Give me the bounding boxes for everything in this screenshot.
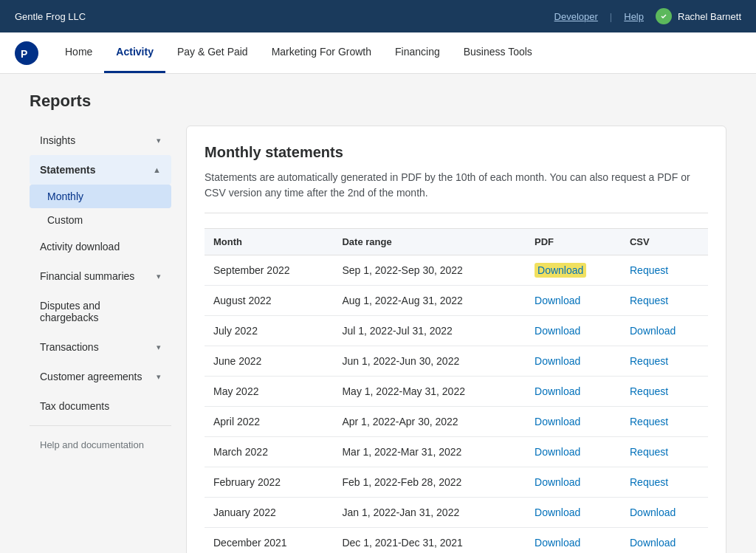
nav-item-marketing-for-growth[interactable]: Marketing For Growth — [260, 32, 383, 73]
cell-month: September 2022 — [205, 255, 333, 286]
cell-pdf: Download — [526, 255, 621, 286]
cell-pdf: Download — [526, 528, 621, 554]
table-header-csv: CSV — [621, 229, 708, 255]
reports-layout: Insights▾Statements▲MonthlyCustomActivit… — [30, 126, 726, 553]
sidebar-item-financial-summaries[interactable]: Financial summaries▾ — [30, 261, 171, 291]
sidebar-sub-item-custom[interactable]: Custom — [30, 208, 171, 232]
nav-item-financing[interactable]: Financing — [383, 32, 452, 73]
nav-item-home[interactable]: Home — [53, 32, 104, 73]
chevron-down-icon: ▾ — [157, 136, 161, 145]
pdf-download-link[interactable]: Download — [535, 355, 580, 367]
cell-pdf: Download — [526, 346, 621, 377]
pdf-download-link[interactable]: Download — [535, 506, 580, 518]
cell-month: January 2022 — [205, 498, 333, 528]
sidebar-item-label: Insights — [40, 134, 75, 146]
cell-date-range: May 1, 2022-May 31, 2022 — [333, 377, 526, 407]
cell-date-range: Aug 1, 2022-Aug 31, 2022 — [333, 286, 526, 316]
pdf-download-link[interactable]: Download — [535, 476, 580, 488]
nav-item-pay-&-get-paid[interactable]: Pay & Get Paid — [165, 32, 260, 73]
pdf-download-link[interactable]: Download — [535, 537, 580, 549]
pdf-download-link[interactable]: Download — [535, 263, 586, 278]
cell-csv: Request — [621, 437, 708, 467]
chevron-down-icon: ▾ — [157, 272, 161, 281]
cell-month: August 2022 — [205, 286, 333, 316]
csv-download-link[interactable]: Request — [630, 385, 668, 397]
cell-csv: Request — [621, 467, 708, 498]
csv-download-link[interactable]: Request — [630, 355, 668, 367]
table-row: June 2022Jun 1, 2022-Jun 30, 2022Downloa… — [205, 346, 708, 377]
cell-month: May 2022 — [205, 377, 333, 407]
help-link[interactable]: Help — [624, 11, 644, 22]
cell-month: July 2022 — [205, 316, 333, 346]
sidebar-help[interactable]: Help and documentation — [30, 430, 171, 459]
sidebar-item-transactions[interactable]: Transactions▾ — [30, 332, 171, 362]
cell-csv: Request — [621, 255, 708, 286]
table-row: July 2022Jul 1, 2022-Jul 31, 2022Downloa… — [205, 316, 708, 346]
sidebar-item-label: Customer agreements — [40, 371, 142, 382]
cell-date-range: Feb 1, 2022-Feb 28, 2022 — [333, 467, 526, 498]
csv-download-link[interactable]: Request — [630, 264, 668, 276]
csv-download-link[interactable]: Request — [630, 476, 668, 488]
developer-link[interactable]: Developer — [554, 11, 598, 22]
pdf-download-link[interactable]: Download — [535, 385, 580, 397]
sidebar-sub-item-monthly[interactable]: Monthly — [30, 185, 171, 208]
cell-pdf: Download — [526, 467, 621, 498]
csv-download-link[interactable]: Download — [630, 537, 676, 549]
csv-download-link[interactable]: Request — [630, 446, 668, 458]
table-row: May 2022May 1, 2022-May 31, 2022Download… — [205, 377, 708, 407]
table-row: August 2022Aug 1, 2022-Aug 31, 2022Downl… — [205, 286, 708, 316]
cell-pdf: Download — [526, 316, 621, 346]
sidebar-item-statements[interactable]: Statements▲ — [30, 155, 171, 185]
sidebar-item-tax-documents[interactable]: Tax documents — [30, 391, 171, 421]
sidebar: Insights▾Statements▲MonthlyCustomActivit… — [30, 126, 171, 553]
nav-item-business-tools[interactable]: Business Tools — [452, 32, 544, 73]
cell-date-range: Jan 1, 2022-Jan 31, 2022 — [333, 498, 526, 528]
sidebar-item-insights[interactable]: Insights▾ — [30, 126, 171, 155]
chevron-down-icon: ▾ — [157, 372, 161, 382]
cell-csv: Request — [621, 346, 708, 377]
cell-csv: Request — [621, 286, 708, 316]
cell-month: March 2022 — [205, 437, 333, 467]
table-row: April 2022Apr 1, 2022-Apr 30, 2022Downlo… — [205, 407, 708, 437]
cell-pdf: Download — [526, 498, 621, 528]
sidebar-item-label: Transactions — [40, 341, 99, 353]
pdf-download-link[interactable]: Download — [535, 446, 580, 458]
pdf-download-link[interactable]: Download — [535, 416, 580, 427]
csv-download-link[interactable]: Download — [630, 325, 676, 337]
page-content: Reports Insights▾Statements▲MonthlyCusto… — [0, 74, 756, 553]
cell-csv: Download — [621, 316, 708, 346]
table-row: December 2021Dec 1, 2021-Dec 31, 2021Dow… — [205, 528, 708, 554]
csv-download-link[interactable]: Request — [630, 416, 668, 427]
sidebar-item-disputes-and-chargebacks[interactable]: Disputes and chargebacks — [30, 291, 171, 332]
pdf-download-link[interactable]: Download — [535, 295, 580, 306]
user-name: Rachel Barnett — [678, 11, 741, 22]
chevron-up-icon: ▲ — [153, 165, 161, 174]
cell-csv: Download — [621, 528, 708, 554]
sidebar-divider — [30, 425, 171, 426]
user-info: Rachel Barnett — [656, 8, 741, 24]
main-content: Monthly statements Statements are automa… — [186, 126, 726, 553]
cell-date-range: Sep 1, 2022-Sep 30, 2022 — [333, 255, 526, 286]
nav-item-activity[interactable]: Activity — [104, 32, 165, 73]
company-name: Gentle Frog LLC — [15, 11, 86, 22]
csv-download-link[interactable]: Download — [630, 506, 676, 518]
section-title: Monthly statements — [205, 144, 708, 161]
paypal-logo: P — [15, 41, 38, 65]
cell-pdf: Download — [526, 377, 621, 407]
cell-month: December 2021 — [205, 528, 333, 554]
cell-date-range: Apr 1, 2022-Apr 30, 2022 — [333, 407, 526, 437]
top-bar-right: Developer | Help Rachel Barnett — [554, 8, 741, 24]
sidebar-item-label: Activity download — [40, 241, 120, 253]
sidebar-item-label: Financial summaries — [40, 270, 134, 282]
pdf-download-link[interactable]: Download — [535, 325, 580, 337]
sidebar-item-label: Disputes and chargebacks — [40, 300, 161, 323]
table-header-date-range: Date range — [333, 229, 526, 255]
sidebar-item-customer-agreements[interactable]: Customer agreements▾ — [30, 362, 171, 391]
cell-date-range: Mar 1, 2022-Mar 31, 2022 — [333, 437, 526, 467]
csv-download-link[interactable]: Request — [630, 295, 668, 306]
nav-items: HomeActivityPay & Get PaidMarketing For … — [53, 32, 544, 73]
table-row: September 2022Sep 1, 2022-Sep 30, 2022Do… — [205, 255, 708, 286]
cell-date-range: Dec 1, 2021-Dec 31, 2021 — [333, 528, 526, 554]
sidebar-item-activity-download[interactable]: Activity download — [30, 232, 171, 261]
cell-pdf: Download — [526, 286, 621, 316]
